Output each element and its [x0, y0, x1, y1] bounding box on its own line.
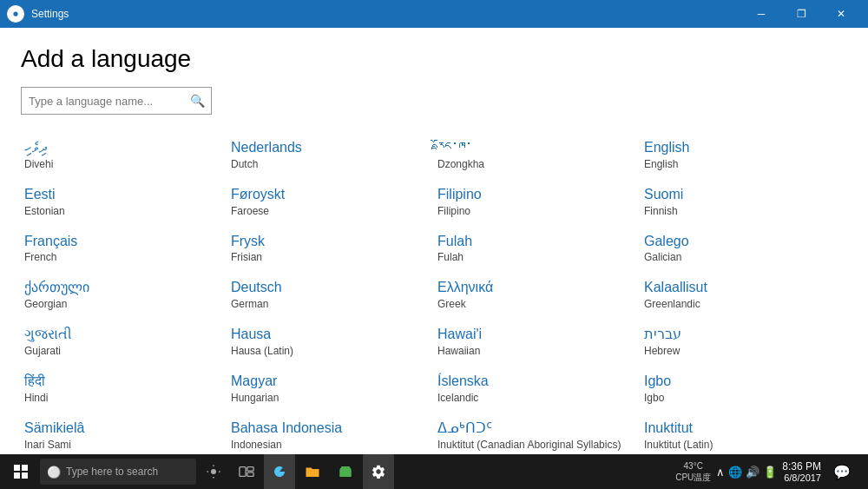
language-english-name: Gujarati: [24, 345, 217, 357]
language-english-name: English: [644, 158, 837, 170]
language-native-name: Nederlands: [231, 139, 424, 157]
language-grid: ދިވެހިDivehiNederlandsDutchརྫོང་ཁ་Dzongk…: [21, 132, 847, 454]
list-item[interactable]: हिंदीHindi: [21, 366, 227, 413]
task-view-button[interactable]: [231, 454, 262, 489]
list-item[interactable]: EnglishEnglish: [641, 132, 847, 179]
list-item[interactable]: SuomiFinnish: [641, 179, 847, 226]
taskbar-search[interactable]: ⚪ Type here to search: [40, 459, 196, 485]
list-item[interactable]: FøroysktFaroese: [227, 179, 434, 226]
language-native-name: Føroyskt: [231, 186, 424, 204]
language-native-name: Frysk: [231, 233, 424, 251]
list-item[interactable]: KalaallisutGreenlandic: [641, 272, 847, 319]
language-native-name: Galego: [644, 233, 837, 251]
language-native-name: Magyar: [231, 373, 424, 391]
cpu-info: 43°CCPU温度: [675, 460, 711, 483]
language-native-name: Fulah: [437, 233, 630, 251]
taskbar: ⚪ Type here to search 43°CCPU温度: [0, 454, 868, 489]
language-english-name: French: [24, 251, 217, 263]
list-item[interactable]: עבריתHebrew: [641, 319, 847, 366]
list-item[interactable]: Bahasa IndonesiaIndonesian: [227, 413, 434, 454]
language-english-name: Dutch: [231, 158, 424, 170]
svg-rect-2: [22, 465, 28, 471]
svg-rect-3: [14, 472, 20, 479]
language-native-name: Igbo: [644, 373, 837, 391]
minimize-button[interactable]: ─: [741, 0, 781, 28]
list-item[interactable]: རྫོང་ཁ་Dzongkha: [434, 132, 641, 179]
list-item[interactable]: FrançaisFrench: [21, 226, 227, 273]
close-button[interactable]: ✕: [821, 0, 861, 28]
settings-icon: [7, 5, 24, 23]
maximize-button[interactable]: ❐: [781, 0, 821, 28]
list-item[interactable]: FulahFulah: [434, 226, 641, 273]
language-native-name: Eesti: [24, 186, 217, 204]
list-item[interactable]: SämikielâInari Sami: [21, 413, 227, 454]
language-native-name: Inuktitut: [644, 420, 837, 438]
language-native-name: Bahasa Indonesia: [231, 420, 424, 438]
list-item[interactable]: ગુજરાતીGujarati: [21, 319, 227, 366]
language-english-name: Finnish: [644, 205, 837, 217]
language-native-name: English: [644, 139, 837, 157]
language-english-name: Frisian: [231, 251, 424, 263]
language-native-name: Hausa: [231, 326, 424, 344]
list-item[interactable]: DeutschGerman: [227, 272, 434, 319]
chevron-icon[interactable]: ∧: [716, 466, 725, 479]
language-english-name: Icelandic: [437, 392, 630, 404]
svg-rect-1: [14, 465, 20, 471]
language-english-name: Galician: [644, 251, 837, 263]
language-english-name: Inuktitut (Latin): [644, 439, 837, 451]
language-english-name: Inuktitut (Canadian Aboriginal Syllabics…: [437, 439, 630, 451]
language-native-name: ગુજરાતી: [24, 326, 217, 344]
language-native-name: Filipino: [437, 186, 630, 204]
list-item[interactable]: ᐃᓄᒃᑎᑐᑦInuktitut (Canadian Aboriginal Syl…: [434, 413, 641, 454]
list-item[interactable]: FryskFrisian: [227, 226, 434, 273]
settings-taskbar-button[interactable]: [363, 454, 394, 489]
language-native-name: Íslenska: [437, 373, 630, 391]
edge-button[interactable]: [264, 454, 295, 489]
list-item[interactable]: EestiEstonian: [21, 179, 227, 226]
list-item[interactable]: GalegoGalician: [641, 226, 847, 273]
list-item[interactable]: ΕλληνικάGreek: [434, 272, 641, 319]
cortana-button[interactable]: [198, 454, 229, 489]
language-english-name: Estonian: [24, 205, 217, 217]
language-native-name: Français: [24, 233, 217, 251]
list-item[interactable]: NederlandsDutch: [227, 132, 434, 179]
list-item[interactable]: HausaHausa (Latin): [227, 319, 434, 366]
language-native-name: Hawai'i: [437, 326, 630, 344]
list-item[interactable]: Hawai'iHawaiian: [434, 319, 641, 366]
explorer-button[interactable]: [297, 454, 328, 489]
title-bar: Settings ─ ❐ ✕: [0, 0, 868, 28]
window-controls: ─ ❐ ✕: [741, 0, 861, 28]
network-icon[interactable]: 🌐: [728, 466, 742, 479]
list-item[interactable]: ÍslenskaIcelandic: [434, 366, 641, 413]
main-content: Add a language 🔍 ދިވެހިDivehiNederlandsD…: [0, 28, 868, 454]
list-item[interactable]: IgboIgbo: [641, 366, 847, 413]
start-button[interactable]: [3, 454, 38, 489]
clock-date: 6/8/2017: [782, 472, 821, 483]
notification-button[interactable]: 💬: [826, 454, 858, 489]
list-item[interactable]: InuktitutInuktitut (Latin): [641, 413, 847, 454]
language-english-name: Hausa (Latin): [231, 345, 424, 357]
taskbar-left: ⚪ Type here to search: [3, 454, 394, 489]
clock[interactable]: 8:36 PM 6/8/2017: [782, 460, 821, 483]
list-item[interactable]: FilipinoFilipino: [434, 179, 641, 226]
taskbar-search-text: Type here to search: [66, 466, 158, 478]
language-native-name: རྫོང་ཁ་: [437, 139, 630, 157]
language-english-name: Igbo: [644, 392, 837, 404]
list-item[interactable]: ދިވެހިDivehi: [21, 132, 227, 179]
language-native-name: ދިވެހި: [24, 139, 217, 157]
list-item[interactable]: ქართულიGeorgian: [21, 272, 227, 319]
language-native-name: हिंदी: [24, 373, 217, 391]
search-input[interactable]: [22, 95, 183, 108]
page-title: Add a language: [21, 45, 847, 73]
language-english-name: Greenlandic: [644, 298, 837, 310]
list-item[interactable]: MagyarHungarian: [227, 366, 434, 413]
language-english-name: Indonesian: [231, 439, 424, 451]
clock-time: 8:36 PM: [782, 460, 821, 472]
search-box[interactable]: 🔍: [21, 87, 212, 115]
store-button[interactable]: [330, 454, 361, 489]
language-english-name: Greek: [437, 298, 630, 310]
system-tray: 43°CCPU温度 ∧ 🌐 🔊 🔋 8:36 PM 6/8/2017 💬: [668, 454, 865, 489]
language-native-name: ᐃᓄᒃᑎᑐᑦ: [437, 420, 630, 438]
volume-icon[interactable]: 🔊: [746, 466, 760, 479]
language-native-name: ქართული: [24, 279, 217, 297]
